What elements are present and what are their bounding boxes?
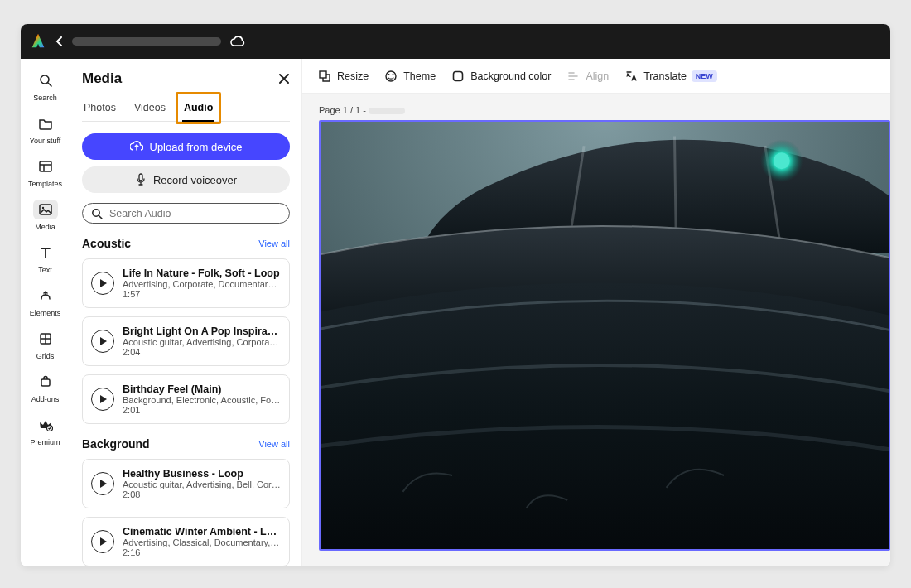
rail-label: Add-ons [31,395,60,403]
track-duration: 2:01 [123,405,281,415]
document-title-placeholder[interactable] [72,37,221,46]
title-bar [21,24,890,59]
canvas[interactable] [319,120,890,551]
play-button[interactable] [91,530,114,553]
rail-addons[interactable]: Add-ons [24,369,67,408]
track-duration: 2:16 [123,547,281,557]
play-button[interactable] [91,330,114,353]
page-indicator: Page 1 / 1 - [302,94,890,120]
section-title: Acoustic [82,237,131,250]
media-icon [33,200,58,219]
upload-label: Upload from device [150,141,243,153]
templates-icon [33,157,58,176]
audio-track[interactable]: Birthday Feel (Main)Background, Electron… [82,374,290,424]
track-duration: 2:08 [123,489,281,499]
canvas-artwork [321,122,889,549]
resize-tool[interactable]: Resize [317,69,369,84]
track-tags: Background, Electronic, Acoustic, Folk, … [123,395,281,405]
rail-label: Your stuff [30,137,61,145]
tab-photos[interactable]: Photos [82,97,118,121]
svg-point-12 [393,74,394,75]
track-title: Birthday Feel (Main) [123,383,281,395]
svg-rect-9 [320,71,326,78]
theme-tool[interactable]: Theme [383,69,436,84]
align-tool: Align [566,69,609,84]
rail-premium[interactable]: Premium [24,412,67,451]
new-badge: NEW [692,70,717,82]
rail-label: Grids [36,352,55,360]
align-icon [566,69,581,84]
audio-track[interactable]: Cinematic Winter Ambient - LoopAdvertisi… [82,517,290,566]
svg-point-11 [388,74,390,75]
addons-icon [33,372,58,392]
rail-media[interactable]: Media [24,196,67,236]
cloud-sync-icon[interactable] [229,35,246,48]
svg-point-16 [774,152,790,169]
play-button[interactable] [91,272,114,295]
track-tags: Advertising, Corporate, Documentary, D… [123,279,281,289]
track-duration: 2:04 [123,347,281,357]
svg-rect-2 [40,205,51,214]
main-area: SearchYour stuffTemplatesMediaTextElemen… [21,59,890,566]
resize-icon [317,69,332,84]
track-title: Life In Nature - Folk, Soft - Loop [123,267,281,279]
search-icon [33,70,58,90]
rail-elements[interactable]: Elements [24,282,67,322]
track-title: Healthy Business - Loop [123,468,281,480]
rail-label: Text [38,266,52,274]
view-all-link[interactable]: View all [258,439,290,449]
track-duration: 1:57 [123,289,281,299]
audio-track[interactable]: Bright Light On A Pop Inspiratio…Acousti… [82,316,290,366]
upload-from-device-button[interactable]: Upload from device [82,133,290,160]
svg-point-10 [386,71,396,81]
canvas-toolbar: Resize Theme Background color Align Tran… [302,59,890,94]
play-button[interactable] [91,388,114,411]
tab-videos[interactable]: Videos [133,97,167,121]
track-title: Cinematic Winter Ambient - Loop [123,526,281,537]
audio-sections: AcousticView allLife In Nature - Folk, S… [82,224,290,566]
rail-label: Elements [30,309,61,317]
rail-your-stuff[interactable]: Your stuff [24,110,67,150]
record-voiceover-button[interactable]: Record voiceover [82,166,290,193]
theme-icon [383,69,398,84]
panel-title: Media [82,70,122,87]
view-all-link[interactable]: View all [258,239,290,248]
svg-point-3 [41,207,43,209]
text-icon [33,243,58,263]
rail-text[interactable]: Text [24,239,67,279]
audio-track[interactable]: Life In Nature - Folk, Soft - LoopAdvert… [82,258,290,308]
track-tags: Acoustic guitar, Advertising, Bell, Corp… [123,480,281,489]
audio-track[interactable]: Healthy Business - LoopAcoustic guitar, … [82,459,290,508]
record-label: Record voiceover [153,174,237,186]
app-logo [29,32,47,51]
rail-templates[interactable]: Templates [24,153,67,193]
back-button[interactable] [55,36,64,46]
search-audio-field[interactable] [82,203,290,224]
premium-icon [33,415,58,435]
elements-icon [33,286,58,306]
search-input[interactable] [109,208,281,219]
search-icon [91,208,103,219]
app-window: SearchYour stuffTemplatesMediaTextElemen… [21,24,890,566]
left-rail: SearchYour stuffTemplatesMediaTextElemen… [21,59,70,566]
bgcolor-icon [451,69,465,84]
svg-rect-7 [139,174,142,181]
your-stuff-icon [33,113,58,133]
translate-icon [624,69,639,84]
rail-label: Templates [28,180,62,188]
grids-icon [33,329,58,349]
svg-rect-1 [40,161,51,171]
background-color-tool[interactable]: Background color [451,69,551,84]
rail-label: Search [33,94,57,102]
media-tabs: PhotosVideosAudio [82,97,290,122]
rail-grids[interactable]: Grids [24,325,67,365]
rail-search[interactable]: Search [24,67,67,107]
track-tags: Advertising, Classical, Documentary, Dr… [123,537,281,547]
tab-audio[interactable]: Audio [182,97,214,121]
close-panel-button[interactable] [278,73,290,84]
translate-tool[interactable]: Translate NEW [624,69,717,84]
svg-rect-5 [41,379,50,386]
rail-label: Premium [30,438,60,446]
play-button[interactable] [91,472,114,495]
track-tags: Acoustic guitar, Advertising, Corporate,… [123,337,281,347]
